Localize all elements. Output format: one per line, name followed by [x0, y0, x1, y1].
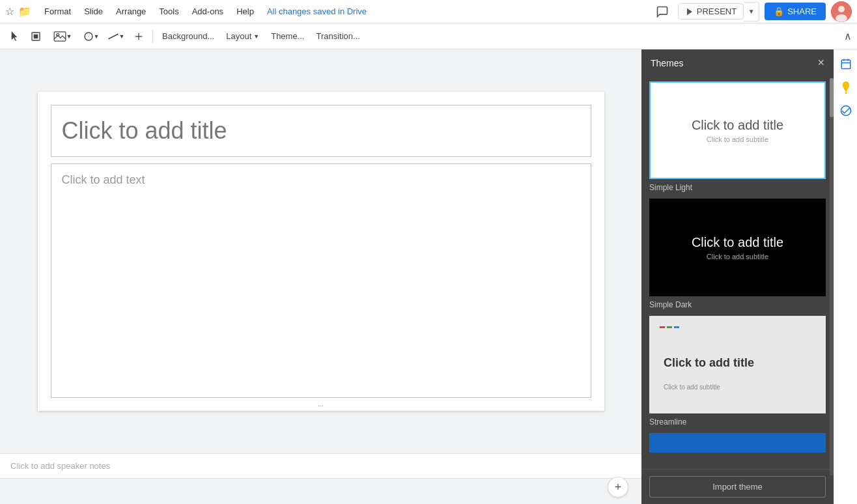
toolbar-sep-1 [152, 30, 153, 43]
slide-canvas: Click to add title Click to add text ··· [38, 92, 604, 411]
line-tool[interactable]: ▼ [104, 27, 128, 46]
theme-preview-dark: Click to add title Click to add subtitle [649, 199, 826, 296]
slide-title-placeholder: Click to add title [62, 117, 227, 145]
svg-marker-0 [687, 8, 692, 15]
themes-list: Click to add title Click to add subtitle… [641, 76, 834, 469]
theme-preview-blue [649, 433, 826, 453]
theme-label: Theme... [271, 31, 304, 41]
themes-scrollbar-thumb [830, 78, 834, 117]
svg-line-9 [108, 34, 118, 39]
theme-light-title: Click to add title [692, 118, 783, 133]
streamline-title: Click to add title [664, 356, 754, 369]
keep-icon[interactable] [837, 78, 855, 96]
themes-title: Themes [651, 58, 684, 68]
saved-status: All changes saved in Drive [267, 7, 367, 16]
layout-chevron: ▼ [253, 33, 259, 40]
present-button[interactable]: PRESENT [678, 3, 744, 20]
streamline-accent [660, 326, 679, 328]
theme-dark-label: Simple Dark [649, 299, 826, 311]
menu-format[interactable]: Format [39, 5, 76, 18]
dot-green [667, 326, 672, 328]
theme-simple-light[interactable]: Click to add title Click to add subtitle… [649, 81, 826, 193]
speaker-notes-placeholder: Click to add speaker notes [10, 461, 110, 471]
file-icons: ☆ 📁 [5, 5, 31, 18]
main-area: Click to add title Click to add text ···… [0, 49, 857, 504]
svg-rect-5 [34, 34, 38, 38]
menu-help[interactable]: Help [231, 5, 259, 18]
layout-label: Layout [226, 31, 251, 41]
add-notes-button[interactable]: + [608, 477, 628, 497]
slide-editor: Click to add title Click to add text ···… [0, 49, 641, 504]
frame-tool[interactable] [26, 27, 46, 46]
theme-dark-title: Click to add title [692, 235, 783, 250]
themes-close-button[interactable]: × [817, 56, 824, 70]
theme-dark-subtitle: Click to add subtitle [707, 253, 768, 260]
share-label: SHARE [787, 7, 817, 16]
dot-red [660, 326, 665, 328]
bottom-bar: + [0, 478, 641, 504]
slide-canvas-area: Click to add title Click to add text ··· [0, 49, 641, 453]
comment-button[interactable] [652, 1, 673, 22]
svg-point-2 [838, 6, 845, 12]
themes-footer: Import theme [641, 469, 834, 504]
share-button[interactable]: 🔒 SHARE [765, 3, 826, 20]
theme-light-subtitle: Click to add subtitle [707, 135, 768, 143]
right-sidebar [834, 49, 857, 504]
bottom-section: Click to add speaker notes + [0, 453, 641, 504]
theme-preview-streamline: Click to add title Click to add subtitle [649, 316, 826, 413]
svg-rect-12 [841, 60, 850, 69]
themes-scrollbar[interactable] [830, 78, 834, 475]
cursor-tool[interactable] [5, 27, 25, 46]
layout-button[interactable]: Layout ▼ [221, 27, 264, 46]
more-tool[interactable] [129, 27, 148, 46]
menu-tools[interactable]: Tools [154, 5, 184, 18]
toolbar: ▼ ▼ ▼ Background... Layout ▼ Theme... Tr… [0, 23, 857, 49]
svg-rect-6 [54, 31, 66, 40]
theme-button[interactable]: Theme... [266, 27, 309, 46]
background-button[interactable]: Background... [157, 27, 219, 46]
transition-label: Transition... [316, 31, 359, 41]
menu-bar: Format Slide Arrange Tools Add-ons Help … [39, 5, 644, 18]
tasks-icon[interactable] [837, 102, 855, 120]
slide-text-box[interactable]: Click to add text [51, 163, 591, 398]
top-bar-right: PRESENT ▼ 🔒 SHARE [652, 1, 852, 22]
folder-icon[interactable]: 📁 [18, 5, 31, 18]
top-bar: ☆ 📁 Format Slide Arrange Tools Add-ons H… [0, 0, 857, 23]
menu-arrange[interactable]: Arrange [111, 5, 151, 18]
theme-streamline[interactable]: Click to add title Click to add subtitle… [649, 316, 826, 428]
svg-point-3 [836, 14, 847, 22]
present-group: PRESENT ▼ [678, 2, 759, 21]
import-theme-button[interactable]: Import theme [649, 476, 826, 497]
menu-addons[interactable]: Add-ons [187, 5, 229, 18]
themes-panel: Themes × Click to add title Click to add… [641, 49, 834, 504]
svg-point-8 [85, 33, 92, 40]
calendar-icon[interactable] [837, 55, 855, 73]
dot-blue [674, 326, 679, 328]
image-tool[interactable]: ▼ [47, 27, 78, 46]
theme-blue[interactable] [649, 433, 826, 453]
speaker-notes[interactable]: Click to add speaker notes [0, 453, 641, 478]
theme-streamline-label: Streamline [649, 416, 826, 428]
slide-title-box[interactable]: Click to add title [51, 105, 591, 157]
transition-button[interactable]: Transition... [311, 27, 365, 46]
theme-light-label: Simple Light [649, 182, 826, 193]
theme-preview-light: Click to add title Click to add subtitle [649, 81, 826, 179]
present-label: PRESENT [697, 7, 737, 16]
streamline-content: Click to add title Click to add subtitle [664, 356, 754, 392]
menu-slide[interactable]: Slide [79, 5, 108, 18]
toolbar-collapse[interactable]: ∧ [844, 30, 852, 42]
star-icon[interactable]: ☆ [5, 5, 14, 18]
slide-text-placeholder: Click to add text [62, 173, 145, 187]
present-dropdown[interactable]: ▼ [744, 2, 759, 21]
shape-tool[interactable]: ▼ [79, 27, 103, 46]
user-avatar[interactable] [831, 1, 852, 22]
svg-rect-16 [845, 92, 847, 94]
background-label: Background... [162, 31, 214, 41]
theme-simple-dark[interactable]: Click to add title Click to add subtitle… [649, 199, 826, 311]
lock-icon: 🔒 [774, 7, 784, 16]
slide-resize-handle[interactable]: ··· [318, 401, 323, 411]
streamline-subtitle: Click to add subtitle [664, 384, 720, 391]
themes-header: Themes × [641, 49, 834, 76]
